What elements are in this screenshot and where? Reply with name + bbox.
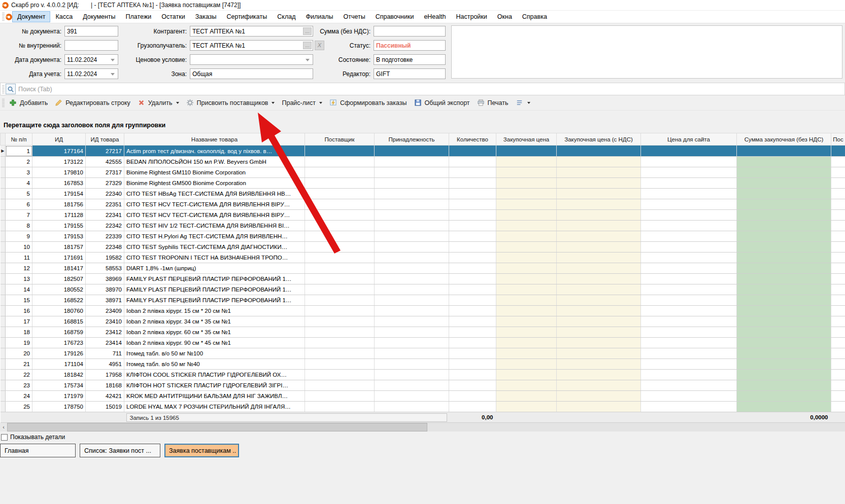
row-selector[interactable]	[1, 221, 6, 231]
cell-ownership[interactable]	[375, 327, 449, 338]
column-header-site_price[interactable]: Цена для сайта	[641, 133, 737, 146]
table-row[interactable]: 1917672323414Ioban 2 плівка хірург. 90 с…	[1, 338, 845, 348]
cell-supplier[interactable]	[305, 359, 375, 370]
column-header-supplier[interactable]: Поставщик	[305, 133, 375, 146]
cell-name[interactable]: Ioban 2 плівка хірург. 15 см * 20 см №1	[124, 306, 305, 316]
cell-prod_id[interactable]: 58553	[86, 263, 124, 274]
cell-site_price[interactable]	[641, 231, 737, 242]
column-header-sel[interactable]	[1, 133, 6, 146]
cell-name[interactable]: КЛІФТОН COOL STICKER ПЛАСТИР ГІДРОГЕЛЕВИ…	[124, 370, 305, 380]
column-header-purchase_price[interactable]: Закупочная цена	[496, 133, 557, 146]
cell-purchase_price_vat[interactable]	[557, 210, 641, 221]
cell-site_price[interactable]	[641, 295, 737, 306]
row-selector[interactable]	[1, 359, 6, 370]
cell-purchase_sum[interactable]	[737, 391, 831, 402]
cell-pos[interactable]	[831, 242, 845, 253]
row-selector[interactable]	[1, 338, 6, 348]
cell-purchase_sum[interactable]	[737, 274, 831, 284]
table-row[interactable]: 1816875923412Ioban 2 плівка хірург. 60 с…	[1, 327, 845, 338]
row-selector[interactable]	[1, 306, 6, 316]
cell-ownership[interactable]	[375, 221, 449, 231]
cell-pos[interactable]	[831, 316, 845, 327]
cell-ownership[interactable]	[375, 295, 449, 306]
chevron-down-icon[interactable]	[111, 73, 115, 76]
cell-purchase_sum[interactable]	[737, 327, 831, 338]
cell-ownership[interactable]	[375, 189, 449, 199]
row-selector[interactable]	[1, 391, 6, 402]
comment-box[interactable]	[451, 25, 842, 79]
cell-purchase_price[interactable]	[496, 295, 557, 306]
cell-prod_id[interactable]: 23410	[86, 316, 124, 327]
cell-ownership[interactable]	[375, 316, 449, 327]
cell-site_price[interactable]	[641, 391, 737, 402]
cell-site_price[interactable]	[641, 199, 737, 210]
column-header-qty[interactable]: Количество	[449, 133, 496, 146]
cell-id[interactable]: 167853	[32, 178, 86, 189]
cell-num[interactable]: 5	[6, 189, 32, 199]
cell-prod_id[interactable]: 4951	[86, 359, 124, 370]
cell-name[interactable]: Ioban 2 плівка хірург. 90 см * 45 см №1	[124, 338, 305, 348]
cell-name[interactable]: CITO TEST Syphilis ТЕСТ-СИСТЕМА ДЛЯ ДІАГ…	[124, 242, 305, 253]
table-row[interactable]: 20179126711Ітомед табл. в/о 50 мг №100	[1, 348, 845, 359]
cell-name[interactable]: BEDAN ЛІПОЛОСЬЙОН 150 мл P.W. Beyvers Gm…	[124, 157, 305, 167]
cell-pos[interactable]	[831, 391, 845, 402]
table-row[interactable]: 917915322339CITO TEST H.Pylori Ag ТЕСТ-С…	[1, 231, 845, 242]
cell-ownership[interactable]	[375, 146, 449, 157]
cell-site_price[interactable]	[641, 263, 737, 274]
toolbar-price-list-button[interactable]: Прайс-лист	[278, 97, 326, 109]
cell-qty[interactable]	[449, 231, 496, 242]
menu-item-отчеты[interactable]: Отчеты	[338, 11, 370, 22]
cell-supplier[interactable]	[305, 263, 375, 274]
cell-purchase_price_vat[interactable]	[557, 253, 641, 263]
cell-id[interactable]: 179810	[32, 167, 86, 178]
cell-ownership[interactable]	[375, 391, 449, 402]
cell-site_price[interactable]	[641, 284, 737, 295]
cell-ownership[interactable]	[375, 338, 449, 348]
group-by-panel[interactable]: Перетащите сюда заголовок поля для групп…	[0, 111, 845, 133]
cell-qty[interactable]	[449, 178, 496, 189]
table-row[interactable]: 517915422340CITO TEST HBsAg ТЕСТ-СИСТЕМА…	[1, 189, 845, 199]
horizontal-scrollbar[interactable]: ‹	[0, 423, 845, 431]
cell-purchase_price[interactable]	[496, 348, 557, 359]
cell-purchase_sum[interactable]	[737, 284, 831, 295]
cell-site_price[interactable]	[641, 253, 737, 263]
cell-purchase_price_vat[interactable]	[557, 316, 641, 327]
cell-purchase_price[interactable]	[496, 391, 557, 402]
cell-ownership[interactable]	[375, 402, 449, 412]
cell-id[interactable]: 168522	[32, 295, 86, 306]
menu-item-ehealth[interactable]: eHealth	[419, 11, 451, 22]
show-details-checkbox[interactable]	[1, 434, 8, 441]
cell-num[interactable]: 6	[6, 199, 32, 210]
cell-purchase_sum[interactable]	[737, 402, 831, 412]
cell-num[interactable]: 10	[6, 242, 32, 253]
cell-pos[interactable]	[831, 402, 845, 412]
cell-supplier[interactable]	[305, 391, 375, 402]
menu-item-касса[interactable]: Касса	[50, 11, 78, 22]
row-selector[interactable]	[1, 242, 6, 253]
cell-qty[interactable]	[449, 327, 496, 338]
cell-purchase_price_vat[interactable]	[557, 189, 641, 199]
cell-purchase_price_vat[interactable]	[557, 231, 641, 242]
cell-site_price[interactable]	[641, 348, 737, 359]
cell-purchase_sum[interactable]	[737, 199, 831, 210]
cell-site_price[interactable]	[641, 359, 737, 370]
table-row[interactable]: 1318250738969FAMILY PLAST ПЕРЦЕВИЙ ПЛАСТ…	[1, 274, 845, 284]
cell-pos[interactable]	[831, 178, 845, 189]
table-row[interactable]: 2417197942421KROK MED АНТИТРІЩИНИ БАЛЬЗА…	[1, 391, 845, 402]
cell-name[interactable]: Ітомед табл. в/о 50 мг №100	[124, 348, 305, 359]
cell-purchase_price[interactable]	[496, 274, 557, 284]
cell-purchase_price_vat[interactable]	[557, 178, 641, 189]
cell-name[interactable]: CITO TEST TROPONIN I ТЕСТ НА ВИЗНАЧЕННЯ …	[124, 253, 305, 263]
cell-purchase_price_vat[interactable]	[557, 370, 641, 380]
cell-num[interactable]: 20	[6, 348, 32, 359]
cell-name[interactable]: КЛІФТОН HOT STICKER ПЛАСТИР ГІДРОГЕЛЕВИЙ…	[124, 380, 305, 391]
cell-num[interactable]: 8	[6, 221, 32, 231]
row-selector[interactable]	[1, 189, 6, 199]
cell-num[interactable]: 4	[6, 178, 32, 189]
menu-item-остатки[interactable]: Остатки	[156, 11, 190, 22]
cell-supplier[interactable]	[305, 402, 375, 412]
cell-name[interactable]: CITO TEST H.Pylori Ag ТЕСТ-СИСТЕМА ДЛЯ В…	[124, 231, 305, 242]
cell-pos[interactable]	[831, 338, 845, 348]
cell-qty[interactable]	[449, 284, 496, 295]
cell-pos[interactable]	[831, 253, 845, 263]
